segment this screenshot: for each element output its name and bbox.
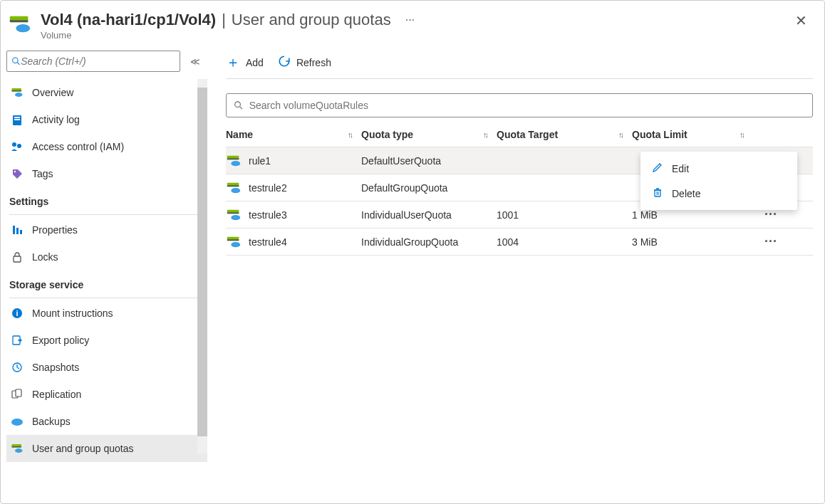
sidebar-item-activity-log[interactable]: Activity log [6,106,207,133]
iam-icon [11,140,24,153]
sidebar-scrollbar-track[interactable] [197,79,207,453]
cell-name: rule1 [249,155,271,167]
volume-icon [226,180,242,196]
sidebar-item-label: Activity log [32,114,80,125]
sidebar-item-label: Properties [32,224,78,236]
svg-rect-11 [13,226,15,234]
sidebar-item-backups[interactable]: Backups [6,408,207,435]
context-menu: Edit Delete [640,152,797,210]
table-row[interactable]: testrule4 IndividualGroupQuota 1004 3 Mi… [226,229,813,256]
table-search[interactable] [226,93,813,117]
sidebar-item-overview[interactable]: Overview [6,79,207,106]
sidebar-scrollbar-thumb[interactable] [197,88,207,436]
context-edit[interactable]: Edit [640,156,797,181]
cell-type: IndividualUserQuota [361,209,452,221]
volume-icon [226,207,242,223]
locks-icon [11,251,24,263]
sidebar: ≪ ▲ Overview Activity log Access control… [1,46,207,503]
svg-point-9 [17,144,21,148]
sidebar-item-label: Mount instructions [32,308,113,319]
svg-rect-13 [20,230,22,234]
sidebar-item-locks[interactable]: Locks [6,243,207,271]
refresh-label: Refresh [296,57,331,68]
svg-point-8 [12,142,16,147]
sidebar-item-label: Export policy [32,335,89,346]
close-button[interactable]: ✕ [791,11,811,31]
context-delete[interactable]: Delete [640,181,797,206]
th-quota-target[interactable]: Quota Target↑↓ [497,129,632,140]
header-more-icon[interactable]: ··· [405,14,415,26]
th-quota-type[interactable]: Quota type↑↓ [361,129,497,140]
th-quota-limit[interactable]: Quota Limit↑↓ [632,129,753,140]
refresh-button[interactable]: Refresh [278,55,331,70]
sidebar-search[interactable] [6,51,180,72]
context-delete-label: Delete [672,188,700,199]
page-title-bold: Vol4 (na-hari1/cp1/Vol4) [41,11,216,29]
sidebar-search-input[interactable] [21,56,175,67]
backups-icon [11,415,24,428]
snapshots-icon [11,361,24,374]
add-button[interactable]: ＋ Add [226,53,264,72]
activity-log-icon [11,113,24,126]
page-subtitle: Volume [41,30,415,41]
cell-name: testrule2 [249,182,287,194]
tags-icon [11,167,24,180]
svg-point-3 [13,58,18,63]
plus-icon: ＋ [226,53,240,72]
svg-point-10 [14,171,16,172]
toolbar: ＋ Add Refresh [226,46,813,79]
collapse-sidebar-icon[interactable]: ≪ [187,53,203,70]
sidebar-item-export[interactable]: Export policy [6,327,207,354]
add-label: Add [246,57,264,68]
svg-line-23 [240,107,242,109]
volume-icon [8,12,32,36]
volume-icon [226,153,242,169]
blade-header: Vol4 (na-hari1/cp1/Vol4) | User and grou… [1,1,824,46]
sidebar-item-quotas[interactable]: User and group quotas [6,435,207,462]
svg-rect-24 [655,190,660,196]
svg-point-21 [11,419,23,426]
sidebar-item-label: Backups [32,416,71,427]
cell-limit: 1 MiB [632,209,658,221]
quotas-icon [11,442,24,455]
sidebar-item-snapshots[interactable]: Snapshots [6,354,207,381]
table-search-input[interactable] [249,100,805,111]
sidebar-item-label: Replication [32,389,81,400]
properties-icon [11,224,24,236]
sidebar-item-replication[interactable]: Replication [6,381,207,408]
cell-name: testrule4 [249,236,287,248]
table-header-row: Name↑↓ Quota type↑↓ Quota Target↑↓ Quota… [226,122,813,147]
th-name[interactable]: Name↑↓ [226,129,361,140]
sidebar-item-properties[interactable]: Properties [6,216,207,243]
sidebar-nav: ▲ Overview Activity log Access control (… [6,79,207,503]
sidebar-item-label: Tags [32,168,53,179]
cell-target: 1004 [497,236,519,248]
cell-type: DefaultGroupQuota [361,182,447,194]
replication-icon [11,388,24,401]
sort-icon: ↑↓ [483,130,487,139]
svg-point-22 [235,102,241,107]
main-content: ＋ Add Refresh Name↑↓ Quota type↑↓ Quota … [207,46,824,503]
sidebar-item-iam[interactable]: Access control (IAM) [6,133,207,160]
sidebar-item-label: Locks [32,251,58,263]
edit-icon [652,162,663,175]
cell-type: IndividualGroupQuota [361,236,458,248]
svg-rect-20 [16,389,21,397]
sidebar-item-tags[interactable]: Tags [6,160,207,187]
cell-type: DefaultUserQuota [361,155,441,167]
cell-limit: 3 MiB [632,236,658,248]
sidebar-item-label: Overview [32,87,73,98]
overview-icon [11,86,24,99]
info-icon: i [11,307,24,320]
row-more-button[interactable]: ··· [753,234,782,249]
refresh-icon [278,55,291,70]
export-icon [11,334,24,347]
svg-rect-7 [14,119,20,120]
sort-icon: ↑↓ [740,130,743,139]
volume-icon [226,234,242,250]
divider [9,298,202,298]
sidebar-item-label: User and group quotas [32,443,133,454]
page-title-sep: | [222,11,226,29]
divider [9,214,202,215]
sidebar-item-mount[interactable]: i Mount instructions [6,300,207,327]
